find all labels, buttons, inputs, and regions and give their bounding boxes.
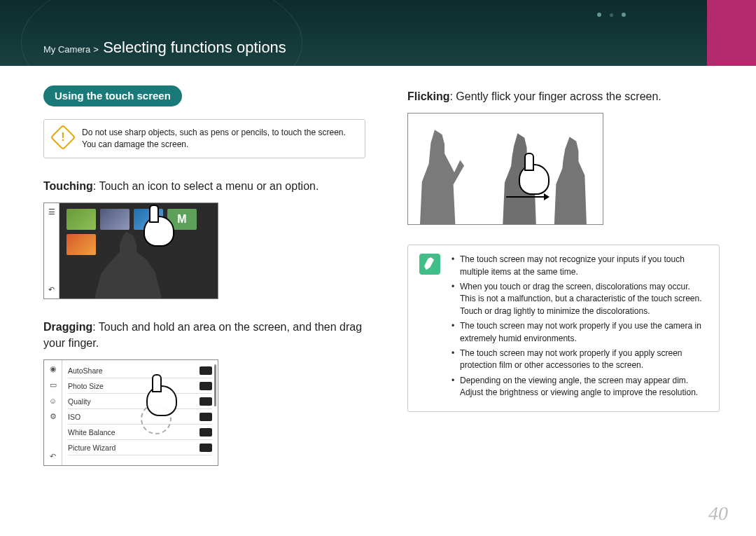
thumb-5	[66, 234, 96, 255]
value-icon	[200, 413, 212, 421]
list-row: Photo Size	[68, 378, 212, 394]
scrollbar	[214, 364, 216, 406]
list-row: Quality	[68, 394, 212, 409]
touching-label: Touching	[43, 180, 93, 192]
value-icon	[200, 382, 212, 390]
person-silhouette-3	[552, 137, 596, 224]
value-icon	[200, 428, 212, 437]
gear-icon: ⚙	[50, 412, 57, 421]
note-icon	[419, 254, 440, 275]
note-item: The touch screen may not work properly i…	[451, 348, 708, 372]
drag-hand-icon	[146, 385, 177, 416]
warning-box: Do not use sharp objects, such as pens o…	[43, 119, 365, 158]
list-row: Picture Wizard	[68, 440, 212, 455]
list-row: White Balance	[68, 425, 212, 440]
flick-hand-icon	[519, 164, 550, 195]
dragging-illustration: ◉ ▭ ☺ ⚙ ↶ AutoShare Photo Size Quality I…	[43, 359, 218, 466]
note-item: The touch screen may not work properly i…	[451, 320, 708, 345]
breadcrumb-sep: >	[93, 44, 99, 55]
note-item: When you touch or drag the screen, disco…	[451, 281, 708, 317]
value-icon	[200, 366, 212, 375]
warning-text: Do not use sharp objects, such as pens o…	[82, 127, 355, 151]
dragging-label: Dragging	[43, 321, 92, 333]
breadcrumb-title: Selecting functions options	[103, 39, 286, 56]
warning-icon	[50, 125, 76, 151]
accent-stripe	[707, 0, 756, 66]
note-item: The touch screen may not recognize your …	[451, 254, 708, 278]
touching-text: : Touch an icon to select a menu or an o…	[93, 180, 319, 192]
flicking-paragraph: Flicking: Gently flick your finger acros…	[407, 88, 720, 104]
flick-arrow-icon	[506, 196, 548, 198]
breadcrumb: My Camera > Selecting functions options	[43, 39, 286, 57]
touch-hand-icon	[144, 216, 174, 247]
flicking-text: : Gently flick your finger across the sc…	[449, 90, 661, 102]
touching-paragraph: Touching: Touch an icon to select a menu…	[43, 178, 365, 194]
value-icon	[200, 397, 212, 406]
flicking-label: Flicking	[407, 90, 449, 102]
dragging-paragraph: Dragging: Touch and hold an area on the …	[43, 319, 365, 351]
page-number: 40	[708, 502, 728, 525]
header-band: My Camera > Selecting functions options	[0, 0, 756, 66]
thumb-2	[100, 209, 130, 230]
note-item: Depending on the viewing angle, the scre…	[451, 375, 708, 399]
flicking-illustration	[407, 113, 603, 225]
user-icon: ☺	[49, 397, 57, 405]
value-icon	[200, 444, 212, 452]
camera-icon: ◉	[50, 364, 57, 373]
section-pill: Using the touch screen	[43, 85, 182, 106]
back-icon: ↶	[50, 452, 56, 461]
thumb-1	[66, 209, 96, 230]
note-box: The touch screen may not recognize your …	[407, 245, 720, 412]
person-silhouette-1	[415, 130, 464, 224]
note-list: The touch screen may not recognize your …	[451, 254, 708, 401]
list-row: AutoShare	[68, 363, 212, 378]
back-icon: ↶	[48, 285, 55, 294]
breadcrumb-parent: My Camera	[43, 44, 90, 55]
touching-illustration: ☰ ↶ M	[43, 202, 218, 299]
list-row: ISO	[68, 409, 212, 425]
video-icon: ▭	[50, 380, 57, 390]
stack-icon: ☰	[48, 207, 55, 217]
